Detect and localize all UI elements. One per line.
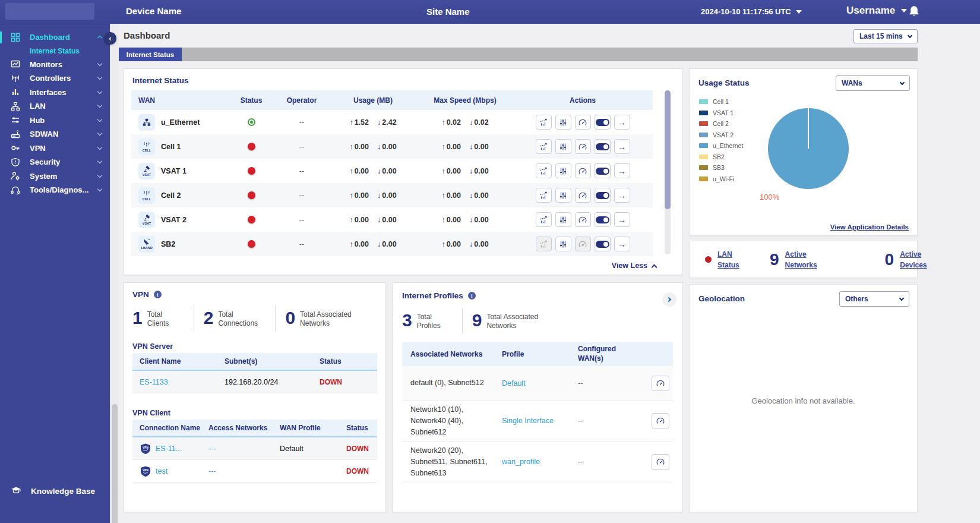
enable-toggle-button[interactable] (595, 237, 611, 251)
chevron-down-icon (97, 159, 102, 163)
table-scrollbar-thumb[interactable] (665, 90, 671, 209)
details-arrow-button[interactable]: → (614, 163, 630, 178)
active-devices-item: 0 Active Devices (885, 249, 936, 270)
vpn-client-connection-link[interactable]: ES-11... (156, 445, 182, 453)
tab-bar: Internet Status (119, 48, 918, 61)
internet-profiles-panel: Internet Profiles i 3 Total Profiles 9 T… (392, 282, 683, 512)
active-networks-link[interactable]: Active Networks (785, 249, 826, 270)
configure-sliders-button[interactable] (555, 237, 571, 251)
details-arrow-button[interactable]: → (614, 237, 630, 251)
usage-pie-chart[interactable] (768, 108, 849, 189)
knowledge-base-link[interactable]: Knowledge Base (0, 486, 110, 496)
vpn-title: VPN i (132, 290, 162, 299)
divider (275, 305, 276, 332)
sidebar-item-internet-status[interactable]: Internet Status (0, 45, 110, 58)
info-icon[interactable]: i (468, 292, 476, 300)
sidebar-item-controllers[interactable]: Controllers (0, 71, 110, 86)
sidebar-item-tools-diagnostics[interactable]: Tools/Diagnos... (0, 183, 110, 197)
sidebar-item-interfaces[interactable]: Interfaces (0, 86, 110, 100)
view-application-details-link[interactable]: View Application Details (830, 223, 909, 231)
geolocation-title: Geolocation (698, 294, 745, 303)
speed-test-gauge-button[interactable] (652, 376, 669, 391)
speed-test-gauge-button[interactable] (652, 454, 669, 470)
profile-link[interactable]: Single Interface (502, 417, 554, 425)
tab-internet-status[interactable]: Internet Status (119, 48, 182, 61)
speed-test-gauge-button[interactable] (575, 188, 591, 203)
usage-chart-button[interactable] (536, 188, 552, 203)
enable-toggle-button[interactable] (595, 188, 611, 203)
sidebar-item-system[interactable]: System (0, 169, 110, 184)
usage-chart-button[interactable] (536, 212, 552, 227)
enable-toggle-button[interactable] (595, 212, 611, 227)
usage-chart-button[interactable] (536, 115, 552, 130)
stat-total-clients: 1 Total Clients (132, 309, 184, 328)
profile-link[interactable]: wan_profile (502, 458, 540, 466)
usage-chart-button[interactable] (536, 163, 552, 178)
speed-test-gauge-button[interactable] (575, 212, 591, 227)
pie-legend: Cell 1 VSAT 1 Cell 2 VSAT 2 u_Ethernet S… (699, 96, 743, 184)
chevron-down-icon (97, 75, 102, 80)
configure-sliders-button[interactable] (555, 139, 571, 154)
sidebar-collapse-button[interactable]: ‹ (104, 32, 116, 45)
usage-filter-select[interactable]: WANs (836, 75, 910, 91)
sidebar-item-security[interactable]: Security (0, 155, 110, 169)
page-scrollbar-thumb[interactable] (112, 404, 118, 523)
status-indicator (248, 240, 255, 248)
sidebar-item-hub[interactable]: Hub (0, 114, 110, 128)
table-scrollbar[interactable] (665, 90, 671, 254)
sidebar-item-dashboard[interactable]: Dashboard (0, 30, 110, 45)
sidebar-item-vpn[interactable]: VPN (0, 141, 110, 156)
speed-test-gauge-button[interactable] (652, 413, 669, 429)
datetime-dropdown[interactable]: 2024-10-10 11:17:56 UTC (701, 7, 802, 16)
details-arrow-button[interactable]: → (614, 188, 630, 203)
legend-item: VSAT 1 (699, 108, 743, 119)
configure-sliders-button[interactable] (555, 212, 571, 227)
vpn-server-client-link[interactable]: ES-1133 (140, 378, 168, 386)
time-filter-select[interactable]: Last 15 mins (853, 29, 918, 43)
panel-next-button[interactable] (662, 292, 676, 307)
ethernet-wan-icon (138, 114, 155, 131)
view-less-link[interactable]: View Less (612, 262, 656, 270)
vpn-client-heading: VPN Client (132, 409, 170, 417)
geolocation-filter-select[interactable]: Others (839, 291, 909, 307)
sidebar-item-monitors[interactable]: Monitors (0, 58, 110, 72)
user-menu[interactable]: Username (846, 5, 907, 17)
enable-toggle-button[interactable] (595, 139, 611, 154)
speed-test-gauge-button[interactable] (575, 115, 591, 130)
chevron-down-icon (901, 9, 907, 12)
status-indicator (248, 216, 255, 223)
speed-test-gauge-button[interactable] (575, 139, 591, 154)
vpn-key-icon (11, 143, 20, 153)
arrow-right-icon: → (618, 118, 626, 127)
chevron-down-icon (97, 187, 102, 191)
details-arrow-button[interactable]: → (614, 115, 630, 130)
subnets-value: 192.168.20.0/24 (225, 378, 320, 386)
vpn-client-connection-link[interactable]: test (156, 467, 167, 475)
active-devices-link[interactable]: Active Devices (900, 249, 935, 270)
table-header-row: WAN Status Operator Usage (MB) Max Speed… (131, 90, 653, 110)
chevron-down-icon (97, 173, 102, 178)
table-header-row: Client Name Subnet(s) Status (132, 353, 377, 371)
notifications-bell-icon[interactable] (908, 5, 921, 18)
details-arrow-button[interactable]: → (614, 212, 630, 227)
operator-value: -- (275, 118, 328, 127)
profile-link[interactable]: Default (502, 379, 526, 387)
page-scrollbar[interactable] (110, 24, 119, 523)
wan-profile-value: Default (280, 445, 346, 453)
sidebar-item-lan[interactable]: LAN (0, 99, 110, 114)
lan-status-indicator (705, 256, 712, 263)
enable-toggle-button[interactable] (595, 163, 611, 178)
configure-sliders-button[interactable] (555, 115, 571, 130)
details-arrow-button[interactable]: → (614, 139, 630, 154)
info-icon[interactable]: i (154, 291, 162, 298)
sidebar-item-sdwan[interactable]: SDWAN (0, 127, 110, 141)
lan-status-link[interactable]: LAN Status (717, 249, 748, 270)
configure-sliders-button[interactable] (555, 163, 571, 178)
enable-toggle-button[interactable] (595, 115, 611, 130)
internet-status-title: Internet Status (132, 76, 189, 85)
vpn-client-table: Connection Name Access Networks WAN Prof… (132, 420, 377, 483)
configure-sliders-button[interactable] (555, 188, 571, 203)
usage-chart-button[interactable] (536, 139, 552, 154)
speed-test-gauge-button[interactable] (575, 163, 591, 178)
table-row: LBAND SB2 -- ↑0.00 ↓0.00 ↑0.00 ↓0.00 (131, 232, 653, 256)
